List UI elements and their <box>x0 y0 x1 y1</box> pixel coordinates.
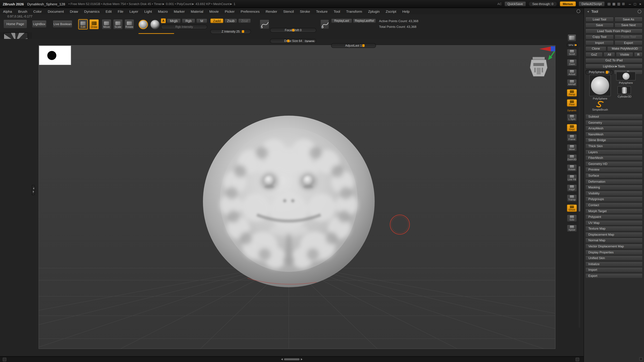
subpalette-header[interactable]: Deformation <box>585 179 643 184</box>
menu-item[interactable]: Movie <box>206 9 222 13</box>
adjust-last-slider[interactable]: AdjustLast 1 <box>331 43 376 48</box>
subpalette-header[interactable]: Geometry HD <box>585 161 643 167</box>
shelf-button[interactable]: AAHalf <box>567 79 577 86</box>
menu-item[interactable]: Stencil <box>280 9 297 13</box>
home-page-button[interactable]: Home Page <box>3 19 27 28</box>
menu-item[interactable]: Macro <box>155 9 171 13</box>
menus-button[interactable]: Menus <box>560 1 576 6</box>
menu-item[interactable]: Texture <box>313 9 331 13</box>
panel-menu-icon[interactable] <box>638 9 641 13</box>
goz-r-button[interactable]: R <box>634 52 643 57</box>
rgb-button[interactable]: Rgb <box>182 18 195 23</box>
subpalette-header[interactable]: Unified Skin <box>585 256 643 261</box>
layout-panel-icon-4[interactable]: ⊞ <box>622 2 625 6</box>
load-tools-from-project-button[interactable]: Load Tools From Project <box>585 28 643 33</box>
shelf-button[interactable]: PolyF <box>567 184 577 192</box>
menu-item[interactable]: Light <box>141 9 155 13</box>
canvas-horizontal-scrollbar[interactable] <box>281 358 302 360</box>
shelf-button[interactable]: Transp <box>567 194 577 202</box>
sculptris-pro-button[interactable]: S <box>260 19 269 29</box>
subpalette-header[interactable]: Slime Bridge <box>585 138 643 143</box>
slider-handle[interactable] <box>292 29 295 31</box>
zadd-button[interactable]: Zadd <box>210 18 224 23</box>
spix-handle[interactable] <box>575 44 576 46</box>
shelf-button[interactable]: Solo <box>567 215 577 222</box>
save-next-button[interactable]: Save Next <box>614 23 643 28</box>
subpalette-header[interactable]: NanoMesh <box>585 132 643 137</box>
menu-item[interactable]: Zscript <box>383 9 399 13</box>
menu-item[interactable]: Tool <box>330 9 343 13</box>
shelf-button[interactable]: Gxyz <box>567 124 577 131</box>
see-through-slider[interactable]: See-through: 0 <box>528 1 557 6</box>
shelf-button[interactable]: L.Sym <box>567 114 577 121</box>
replay-last-rel-button[interactable]: ReplayLastRel <box>353 18 376 23</box>
subpalette-header[interactable]: Masking <box>585 185 643 190</box>
menu-item[interactable]: Preferences <box>238 9 263 13</box>
tray-resize-handle[interactable] <box>32 185 35 195</box>
subpalette-header[interactable]: Display Properties <box>585 250 643 255</box>
goz-button[interactable]: GoZ <box>585 52 603 57</box>
shelf-button[interactable]: Ghost <box>567 204 577 212</box>
menu-item[interactable]: Draw <box>67 9 81 13</box>
config-circle-icon[interactable] <box>576 9 580 13</box>
menu-item[interactable]: File <box>115 9 126 13</box>
scale-mode-button[interactable]: Scale <box>113 19 123 29</box>
subpalette-header[interactable]: Polygroups <box>585 197 643 202</box>
shelf-button[interactable]: Zoom <box>567 59 577 66</box>
scroll-right-arrow[interactable] <box>301 358 302 360</box>
quicksave-button[interactable]: QuickSave <box>504 1 526 6</box>
make-polymesh3d-button[interactable]: Make PolyMesh3D <box>607 46 643 51</box>
menu-item[interactable]: Stroke <box>297 9 313 13</box>
recent-tool-cylinder3d[interactable] <box>618 86 631 94</box>
menu-item[interactable]: Material <box>188 9 206 13</box>
shelf-button[interactable]: Frame <box>567 134 577 141</box>
save-as-button[interactable]: Save As <box>614 17 643 22</box>
edit-mode-button[interactable]: Edit <box>78 19 88 29</box>
mrgb-button[interactable]: Mrgb <box>167 18 181 23</box>
spix-slider[interactable]: SPix 3 <box>566 43 578 47</box>
paste-tool-button[interactable]: Paste Tool <box>614 34 643 39</box>
rgb-intensity-slider[interactable]: Rgb Intensity <box>161 24 207 29</box>
shelf-button[interactable]: Move <box>567 144 577 151</box>
subpalette-header[interactable]: UV Map <box>585 220 643 225</box>
shelf-button[interactable]: Xpose <box>567 225 577 232</box>
shelf-button[interactable]: Scroll <box>567 49 577 56</box>
subpalette-header[interactable]: Normal Map <box>585 238 643 243</box>
focal-shift-slider[interactable]: Focal Shift 0 <box>270 28 316 32</box>
recent-tool-polysphere[interactable] <box>616 72 636 80</box>
shelf-button[interactable]: Dynamic <box>567 109 577 112</box>
default-zscript-button[interactable]: DefaultZScript <box>578 1 605 6</box>
menu-item[interactable]: Brush <box>15 9 30 13</box>
goz-visible-button[interactable]: Visible <box>616 52 634 57</box>
collapse-panel-icon[interactable]: ◄ <box>587 10 589 13</box>
live-boolean-button[interactable]: Live Boolean <box>53 20 72 28</box>
slider-handle[interactable] <box>242 30 244 33</box>
polysphere-model[interactable] <box>203 116 375 287</box>
menu-item[interactable]: Marker <box>171 9 188 13</box>
subpalette-header[interactable]: Export <box>585 273 643 279</box>
subpalette-header[interactable]: ArrayMesh <box>585 126 643 131</box>
dynamic-draw-size-label[interactable]: Dynamic <box>305 39 314 43</box>
layout-panel-icon-1[interactable]: ▤ <box>608 2 611 6</box>
current-brush-icon[interactable] <box>138 20 148 29</box>
material-sphere-icon[interactable] <box>150 20 160 29</box>
slider-handle[interactable] <box>287 39 290 42</box>
copy-tool-button[interactable]: Copy Tool <box>585 34 614 39</box>
subpalette-header[interactable]: Contact <box>585 202 643 208</box>
subpalette-header[interactable]: Layers <box>585 149 643 155</box>
dynamic-mode-button[interactable]: D <box>320 19 329 29</box>
zcut-button[interactable]: Zcut <box>238 18 251 23</box>
shelf-button[interactable]: Floor <box>567 99 577 107</box>
layout-panel-icon-2[interactable]: ▦ <box>612 2 616 6</box>
shelf-button[interactable]: Zoom3D <box>567 154 577 162</box>
menu-item[interactable]: Document <box>45 9 67 13</box>
viewport-canvas[interactable] <box>38 45 556 349</box>
load-tool-button[interactable]: Load Tool <box>585 17 614 22</box>
rotate-mode-button[interactable]: Rotate <box>124 19 134 29</box>
panel-corner-icon[interactable] <box>639 357 643 361</box>
save-button[interactable]: Save <box>585 23 614 28</box>
menu-item[interactable]: Layer <box>126 9 142 13</box>
subpalette-header[interactable]: Subtool <box>585 114 643 119</box>
goz-all-button[interactable]: All <box>604 52 615 57</box>
menu-item[interactable]: Edit <box>103 9 115 13</box>
